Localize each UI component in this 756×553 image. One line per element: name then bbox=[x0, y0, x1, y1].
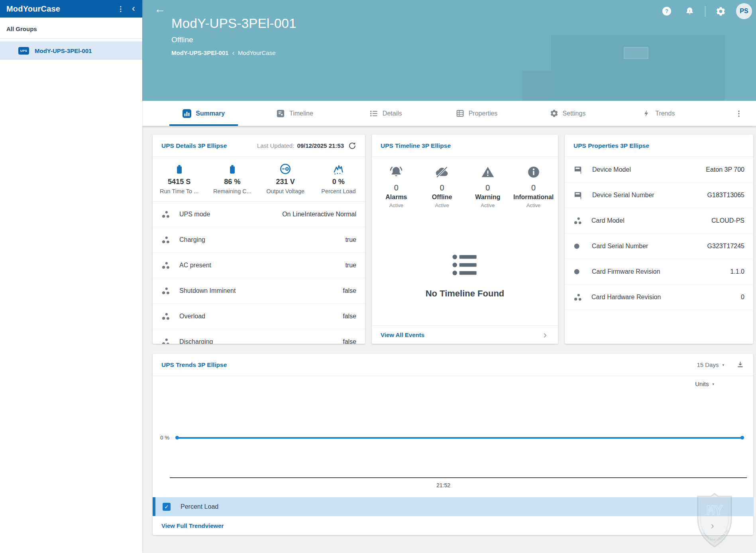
view-full-trendviewer-link[interactable]: View Full Trendviewer bbox=[161, 522, 224, 529]
series-start-point bbox=[175, 436, 179, 439]
tab-timeline[interactable]: Timeline bbox=[249, 101, 340, 126]
ups-badge-icon: UPS bbox=[18, 47, 29, 55]
detail-value: On LineInteractive Normal bbox=[282, 211, 356, 218]
tab-summary[interactable]: Summary bbox=[158, 101, 249, 126]
counter-warning: 0 Warning Active bbox=[465, 165, 511, 208]
breadcrumb-parent[interactable]: ModYourCase bbox=[238, 49, 276, 56]
counter-informational: 0 Informational Active bbox=[511, 165, 556, 208]
trend-controls: 15 Days ▾ bbox=[694, 361, 744, 369]
property-label: Device Serial Number bbox=[592, 192, 654, 199]
stat-runtime-label: Run Time To ... bbox=[160, 188, 198, 194]
tab-details[interactable]: Details bbox=[340, 101, 431, 126]
view-all-events-chevron-button[interactable]: › bbox=[541, 330, 549, 339]
notification-bell-icon: z bbox=[685, 6, 695, 16]
percent-load-checkbox[interactable]: ✓ bbox=[163, 503, 171, 511]
ups-details-header: UPS Details 3P Ellipse Last Updated: 09/… bbox=[153, 135, 365, 157]
detail-value: false bbox=[343, 313, 356, 320]
tab-settings[interactable]: Settings bbox=[522, 101, 613, 126]
tab-trends[interactable]: Trends bbox=[613, 101, 704, 126]
device-status: Offline bbox=[171, 35, 297, 44]
detail-value: true bbox=[345, 236, 356, 243]
sidebar-item-device[interactable]: UPS ModY-UPS-3PEl-001 bbox=[0, 41, 142, 60]
detail-row-ups-mode: UPS mode On LineInteractive Normal bbox=[153, 202, 365, 227]
app-title: ModYourCase bbox=[6, 4, 112, 14]
chevron-right-icon: › bbox=[543, 329, 547, 341]
ups-timeline-header: UPS Timeline 3P Ellipse bbox=[372, 135, 558, 157]
toolbar-divider bbox=[705, 6, 705, 17]
tabs-overflow-button[interactable]: ⋮ bbox=[730, 101, 747, 126]
back-button[interactable]: ← bbox=[152, 2, 168, 16]
breadcrumb-current: ModY-UPS-3PEl-001 bbox=[171, 49, 228, 56]
tab-properties-label: Properties bbox=[469, 110, 498, 117]
property-row-card-firmware: Card Firmware Revision 1.1.0 bbox=[565, 259, 753, 284]
device-header-banner: ← ? z PS ModY-UPS-3PEl-001 Offline ModY-… bbox=[142, 0, 756, 101]
metric-dots-icon bbox=[161, 210, 170, 218]
kebab-menu-icon: ⋮ bbox=[735, 109, 742, 118]
download-button[interactable] bbox=[736, 361, 744, 369]
all-groups-label: All Groups bbox=[0, 18, 142, 39]
sidebar-menu-button[interactable]: ⋮ bbox=[112, 4, 129, 14]
x-axis-line bbox=[170, 477, 747, 478]
property-label: Card Hardware Revision bbox=[591, 294, 661, 301]
tab-properties[interactable]: Properties bbox=[431, 101, 522, 126]
metric-dots-icon bbox=[573, 216, 582, 225]
stat-voltage-value: 231 V bbox=[276, 178, 295, 186]
stat-runtime: 5415 S Run Time To ... bbox=[153, 163, 206, 201]
timeline-empty-state: No Timeline Found bbox=[372, 226, 558, 326]
property-value: Eaton 3P 700 bbox=[706, 166, 744, 173]
property-label: Device Model bbox=[592, 166, 631, 173]
trendviewer-chevron-button[interactable]: › bbox=[708, 521, 717, 530]
details-list-icon bbox=[369, 109, 378, 118]
circle-icon bbox=[573, 267, 582, 276]
chevron-right-icon: › bbox=[711, 520, 714, 531]
detail-row-discharging: Discharging false bbox=[153, 329, 365, 344]
refresh-icon bbox=[348, 141, 356, 150]
tab-details-label: Details bbox=[383, 110, 402, 117]
ups-photo-silhouette-small bbox=[522, 71, 551, 101]
stat-runtime-value: 5415 S bbox=[168, 178, 190, 186]
ups-photo-silhouette bbox=[551, 35, 725, 101]
ups-details-card: UPS Details 3P Ellipse Last Updated: 09/… bbox=[153, 135, 365, 344]
settings-button[interactable] bbox=[713, 6, 728, 17]
help-button[interactable]: ? bbox=[659, 6, 674, 17]
detail-row-charging: Charging true bbox=[153, 227, 365, 253]
chevron-left-icon: ‹ bbox=[132, 3, 135, 14]
device-tabs: Summary Timeline Details Properties Sett… bbox=[142, 101, 756, 126]
collapse-sidebar-button[interactable]: ‹ bbox=[129, 4, 138, 14]
time-range-select[interactable]: 15 Days ▾ bbox=[694, 361, 727, 369]
sidebar-device-label: ModY-UPS-3PEl-001 bbox=[35, 47, 92, 54]
refresh-button[interactable] bbox=[348, 141, 356, 150]
counter-sub: Active bbox=[481, 202, 495, 208]
back-arrow-icon: ← bbox=[154, 3, 165, 15]
metric-dots-icon bbox=[161, 337, 170, 344]
offline-cloud-icon bbox=[435, 165, 449, 179]
stat-remaining-value: 86 % bbox=[224, 178, 240, 186]
counter-label: Informational bbox=[513, 194, 554, 201]
ups-trends-title: UPS Trends 3P Ellipse bbox=[161, 361, 694, 369]
stat-load-value: 0 % bbox=[332, 178, 345, 186]
user-avatar[interactable]: PS bbox=[736, 3, 752, 19]
ups-trends-header: UPS Trends 3P Ellipse 15 Days ▾ bbox=[153, 354, 753, 376]
series-legend-row[interactable]: ✓ Percent Load bbox=[153, 497, 753, 516]
breadcrumb: ModY-UPS-3PEl-001 ‹ ModYourCase bbox=[171, 49, 297, 56]
output-voltage-icon bbox=[279, 163, 291, 175]
ups-stats-row: 5415 S Run Time To ... 86 % Remaining C.… bbox=[153, 157, 365, 202]
last-updated: Last Updated: 09/12/2025 21:53 bbox=[257, 142, 344, 149]
counter-sub: Active bbox=[389, 202, 403, 208]
device-title-block: ModY-UPS-3PEl-001 Offline ModY-UPS-3PEl-… bbox=[171, 16, 297, 56]
stat-output-voltage: 231 V Output Voltage bbox=[259, 163, 312, 201]
properties-grid-icon bbox=[456, 109, 464, 118]
counter-offline: 0 Offline Active bbox=[419, 165, 465, 208]
summary-chart-icon bbox=[183, 109, 191, 118]
notifications-button[interactable]: z bbox=[682, 6, 697, 17]
timeline-counters: 0 Alarms Active 0 Offline Active 0 Warni… bbox=[372, 157, 558, 208]
view-all-events-link[interactable]: View All Events bbox=[381, 331, 424, 338]
property-value: G183T13065 bbox=[707, 192, 744, 199]
metric-dots-icon bbox=[573, 293, 582, 301]
info-circle-icon bbox=[526, 165, 541, 179]
property-row-card-hardware: Card Hardware Revision 0 bbox=[565, 284, 753, 310]
detail-row-shutdown-imminent: Shutdown Imminent false bbox=[153, 278, 365, 304]
units-select[interactable]: Units ▾ bbox=[693, 380, 717, 388]
last-updated-label: Last Updated: bbox=[257, 142, 294, 149]
counter-sub: Active bbox=[526, 202, 540, 208]
